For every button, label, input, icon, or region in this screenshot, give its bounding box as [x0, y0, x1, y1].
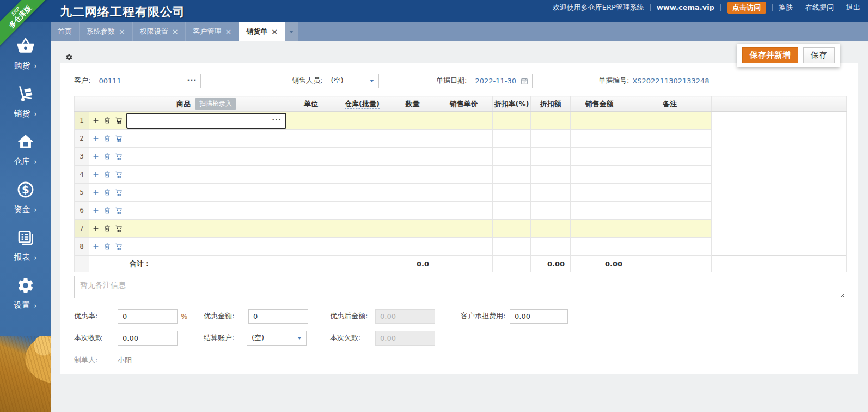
chevron-right-icon: › — [34, 110, 37, 118]
page-settings-gear-icon[interactable] — [65, 53, 73, 61]
customer-fee-field: 客户承担费用: — [461, 308, 568, 324]
site-link[interactable]: www.cema.vip — [657, 3, 714, 11]
discount-header: 折扣额 — [531, 96, 571, 112]
select-product-cart-icon[interactable] — [115, 171, 123, 178]
tab[interactable]: 首页 — [51, 22, 80, 41]
qty-header: 数量 — [390, 96, 435, 112]
add-row-icon[interactable] — [92, 153, 100, 160]
date-input[interactable]: 2022-11-30 — [470, 74, 533, 88]
select-product-cart-icon[interactable] — [115, 207, 123, 214]
sidebar-item-funds[interactable]: $ 资金› — [0, 177, 51, 225]
add-row-icon[interactable] — [92, 207, 100, 214]
delete-row-icon[interactable] — [103, 135, 111, 142]
tab[interactable]: 销货单 × — [239, 22, 285, 41]
delete-row-icon[interactable] — [103, 225, 111, 232]
discount-amount-input[interactable] — [248, 309, 308, 324]
discount-rate-header: 折扣率(%) — [493, 96, 531, 112]
received-label: 本次收款 — [74, 333, 118, 343]
logout-link[interactable]: 退出 — [846, 3, 860, 13]
online-ask-link[interactable]: 在线提问 — [805, 3, 834, 13]
visit-button[interactable]: 点击访问 — [727, 2, 766, 14]
trolley-icon — [16, 84, 35, 105]
item-row: 4 — [75, 166, 847, 184]
add-row-icon[interactable] — [92, 171, 100, 178]
account-select[interactable]: (空) — [247, 331, 307, 346]
calendar-icon[interactable] — [520, 77, 529, 86]
row-number: 6 — [75, 202, 89, 220]
tab[interactable]: 系统参数 × — [80, 22, 133, 41]
discount-amount-field: 优惠金额: — [204, 308, 308, 324]
tab[interactable]: 权限设置 × — [133, 22, 186, 41]
product-input[interactable]: ··· — [126, 113, 286, 129]
row-number: 3 — [75, 148, 89, 166]
select-product-cart-icon[interactable] — [115, 243, 123, 250]
totals-row: 合计： 0.0 0.00 0.00 — [75, 256, 847, 272]
account-label: 结算账户: — [204, 333, 247, 343]
customer-fee-input[interactable] — [510, 309, 568, 324]
delete-row-icon[interactable] — [103, 207, 111, 214]
select-product-cart-icon[interactable] — [115, 135, 123, 142]
delete-row-icon[interactable] — [103, 171, 111, 178]
divider — [799, 4, 799, 11]
customer-field: 客户: 00111 ··· — [74, 73, 201, 88]
row-number: 1 — [75, 112, 89, 130]
change-skin-link[interactable]: 换肤 — [779, 3, 793, 13]
total-label: 合计： — [125, 256, 288, 272]
scan-gun-button[interactable]: 扫描枪录入 — [195, 98, 236, 110]
chevron-right-icon: › — [34, 62, 37, 70]
sidebar-item-settings[interactable]: 设置› — [0, 272, 51, 320]
close-icon[interactable]: × — [172, 28, 179, 35]
more-icon[interactable]: ··· — [272, 116, 282, 124]
item-row: 5 — [75, 184, 847, 202]
add-row-icon[interactable] — [92, 189, 100, 196]
sidebar-photo — [0, 336, 51, 412]
received-input[interactable] — [118, 331, 178, 346]
save-button[interactable]: 保存 — [803, 47, 835, 63]
save-and-new-button[interactable]: 保存并新增 — [742, 47, 798, 63]
customer-input[interactable]: 00111 ··· — [94, 74, 201, 88]
tab[interactable]: 客户管理 × — [186, 22, 239, 41]
add-row-icon[interactable] — [92, 117, 100, 124]
close-icon[interactable]: × — [225, 28, 231, 35]
sidebar-item-reports[interactable]: 报表› — [0, 225, 51, 272]
docno-value: XS202211302133248 — [632, 77, 709, 85]
row-number: 4 — [75, 166, 89, 184]
row-number: 2 — [75, 130, 89, 148]
select-product-cart-icon[interactable] — [115, 189, 123, 196]
delete-row-icon[interactable] — [103, 117, 111, 124]
close-icon[interactable]: × — [271, 28, 278, 35]
customer-label: 客户: — [74, 76, 90, 86]
remark-textarea[interactable] — [74, 276, 846, 298]
row-number: 5 — [75, 184, 89, 202]
debt-field: 本次欠款: — [330, 330, 435, 346]
sidebar-item-sales[interactable]: 销货› — [0, 81, 51, 129]
chevron-right-icon: › — [34, 301, 37, 310]
total-amount: 0.00 — [571, 256, 628, 272]
welcome-text: 欢迎使用多仓库ERP管理系统 — [553, 3, 644, 13]
date-field: 单据日期: 2022-11-30 — [436, 73, 533, 88]
account-field: 结算账户: (空) — [204, 330, 307, 346]
select-product-cart-icon[interactable] — [115, 225, 123, 232]
select-product-cart-icon[interactable] — [115, 117, 123, 124]
report-icon — [16, 228, 35, 249]
add-row-icon[interactable] — [92, 225, 100, 232]
salesperson-select[interactable]: (空) — [326, 74, 379, 88]
add-row-icon[interactable] — [92, 243, 100, 250]
tab-overflow-button[interactable] — [285, 22, 298, 41]
chevron-down-icon — [370, 80, 374, 82]
discount-rate-input[interactable] — [118, 309, 178, 324]
company-title: 九二网络工程有限公司 — [60, 4, 185, 20]
table-header-row: 商品扫描枪录入 单位 仓库(批量) 数量 销售单价 折扣率(%) 折扣额 销售金… — [75, 96, 847, 112]
close-icon[interactable]: × — [119, 28, 125, 35]
sidebar-item-warehouse[interactable]: 仓库› — [0, 129, 51, 177]
delete-row-icon[interactable] — [103, 243, 111, 250]
percent-sign: % — [181, 312, 187, 320]
gear-icon — [16, 276, 35, 296]
sidebar-item-purchase[interactable]: 购货› — [0, 33, 51, 81]
delete-row-icon[interactable] — [103, 189, 111, 196]
add-row-icon[interactable] — [92, 135, 100, 142]
delete-row-icon[interactable] — [103, 153, 111, 160]
select-product-cart-icon[interactable] — [115, 153, 123, 160]
more-icon[interactable]: ··· — [187, 76, 197, 84]
svg-text:$: $ — [22, 184, 29, 196]
